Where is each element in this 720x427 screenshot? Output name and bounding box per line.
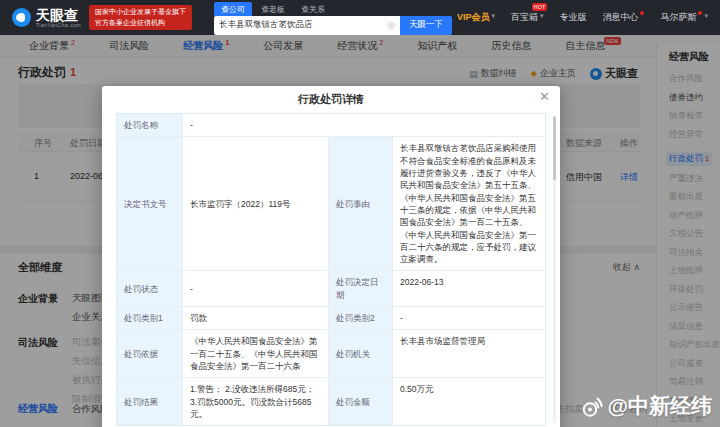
- field-value: 1.警告； 2.没收违法所得685元； 3.罚款5000元。罚没款合计5685元…: [183, 378, 329, 425]
- field-label: 处罚事由: [329, 137, 393, 271]
- field-value: 长市监罚字（2022）119号: [183, 137, 329, 271]
- penalty-detail-table: 处罚名称 - 决定书文号 长市监罚字（2022）119号 处罚事由 长丰县双墩镇…: [116, 113, 546, 426]
- watermark-handle: @中新经纬: [608, 392, 712, 420]
- field-value: 长丰县双墩镇古茗饮品店采购和使用不符合食品安全标准的食品原料及未履行进货查验义务…: [393, 137, 545, 271]
- chevron-down-icon: ▾: [491, 12, 495, 20]
- field-value: -: [183, 271, 329, 307]
- field-label: 处罚金额: [329, 378, 393, 425]
- modal-table-row: 处罚依据 《中华人民共和国食品安全法》第一百二十五条、《中华人民共和国食品安全法…: [117, 330, 545, 378]
- weibo-icon: [580, 394, 605, 419]
- modal-table-row: 处罚类别1 罚款 处罚类别2 -: [117, 307, 545, 330]
- page: 天眼查 TianYanCha.com 国家中小企业发展子基金旗下 官方备案企业征…: [0, 0, 720, 427]
- header-nav-item[interactable]: HOT 百宝箱 ▾: [511, 11, 544, 24]
- top-header: 天眼查 TianYanCha.com 国家中小企业发展子基金旗下 官方备案企业征…: [0, 0, 720, 35]
- weibo-watermark: @中新经纬: [580, 392, 712, 420]
- modal-table-row: 处罚名称 -: [117, 114, 545, 137]
- search-input[interactable]: [219, 20, 387, 30]
- field-label: 处罚类别1: [117, 307, 183, 330]
- header-nav-item[interactable]: VIP会员 ▾: [457, 11, 495, 24]
- modal-title: 行政处罚详情: [298, 92, 364, 107]
- penalty-detail-modal: 行政处罚详情 ✕ 处罚名称 - 决定书文号 长市监罚字（2022）119号 处罚…: [102, 86, 560, 427]
- field-label: 处罚结果: [117, 378, 183, 425]
- chevron-down-icon: ▾: [540, 12, 544, 20]
- logo-subtext: TianYanCha.com: [36, 22, 81, 28]
- notification-dot: [640, 11, 644, 15]
- field-value: 0.50万元: [393, 378, 545, 425]
- search-type-tab[interactable]: 查关系: [294, 2, 332, 16]
- modal-table-row: 处罚状态 - 处罚决定日期 2022-06-13: [117, 271, 545, 307]
- modal-table-row: 处罚结果 1.警告； 2.没收违法所得685元； 3.罚款5000元。罚没款合计…: [117, 378, 545, 425]
- close-icon[interactable]: ✕: [539, 90, 550, 103]
- field-label: 决定书文号: [117, 137, 183, 271]
- scrollbar-thumb[interactable]: [553, 116, 556, 180]
- field-label: 处罚状态: [117, 271, 183, 307]
- modal-scrollbar[interactable]: [553, 116, 556, 423]
- field-value: 罚款: [183, 307, 329, 330]
- search-type-tab[interactable]: 查公司: [214, 2, 252, 16]
- header-nav-item[interactable]: 马尔萨斯 ▾: [660, 11, 708, 24]
- logo-eye-icon: [12, 8, 31, 27]
- search-type-tab[interactable]: 查老板: [254, 2, 292, 16]
- field-label: 处罚依据: [117, 330, 183, 378]
- field-value: 《中华人民共和国食品安全法》第一百二十五条、《中华人民共和国食品安全法》第一百二…: [183, 330, 329, 378]
- modal-table-row: 决定书文号 长市监罚字（2022）119号 处罚事由 长丰县双墩镇古茗饮品店采购…: [117, 137, 545, 271]
- header-nav-item[interactable]: 消息中心: [602, 11, 644, 24]
- header-nav-item[interactable]: 专业版: [559, 11, 586, 24]
- search-area: 查公司查老板查关系 ◎ 天眼一下: [214, 1, 452, 35]
- field-value: -: [393, 307, 545, 330]
- tianyancha-logo[interactable]: 天眼查 TianYanCha.com: [12, 8, 81, 28]
- notification-dot: [698, 11, 702, 15]
- hot-badge: HOT: [532, 3, 548, 11]
- camera-icon[interactable]: ◎: [387, 20, 395, 30]
- search-button[interactable]: 天眼一下: [400, 16, 452, 35]
- field-value: 长丰县市场监督管理局: [393, 330, 545, 378]
- chevron-down-icon: ▾: [704, 12, 708, 20]
- field-label: 处罚决定日期: [329, 271, 393, 307]
- official-badge: 国家中小企业发展子基金旗下 官方备案企业征信机构: [89, 5, 192, 30]
- logo-text: 天眼查: [36, 8, 81, 22]
- field-value: 2022-06-13: [393, 271, 545, 307]
- field-label: 处罚类别2: [329, 307, 393, 330]
- field-label: 处罚机关: [329, 330, 393, 378]
- field-value: -: [183, 114, 545, 137]
- field-label: 处罚名称: [117, 114, 183, 137]
